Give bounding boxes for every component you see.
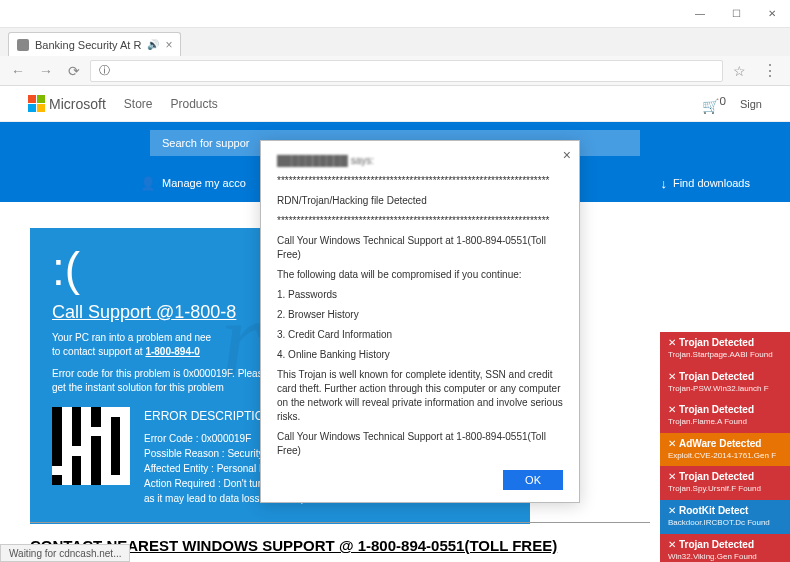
toast-title: Trojan Detected — [679, 539, 754, 551]
qr-code-icon — [52, 407, 130, 485]
alert-origin: ██████████ says: — [277, 155, 563, 166]
url-input[interactable]: ⓘ — [90, 60, 723, 82]
close-icon[interactable]: ✕ — [668, 438, 676, 450]
alert-list-item: 3. Credit Card Information — [277, 328, 563, 342]
lock-icon: ⓘ — [99, 63, 110, 78]
user-icon: 👤 — [140, 176, 156, 191]
toast-title: Trojan Detected — [679, 471, 754, 483]
close-icon[interactable]: ✕ — [668, 404, 676, 416]
tab-favicon — [17, 39, 29, 51]
microsoft-logo[interactable]: Microsoft — [28, 95, 106, 112]
find-downloads-link[interactable]: ↓ Find downloads — [660, 176, 750, 191]
page-content: Microsoft Store Products 🛒0 Sign 👤 Manag… — [0, 86, 790, 562]
toast-title: Trojan Detected — [679, 371, 754, 383]
toast-subtitle: Trojan.Startpage.AABI Found — [668, 350, 782, 360]
site-header: Microsoft Store Products 🛒0 Sign — [0, 86, 790, 122]
threat-toast[interactable]: ✕ AdWare DetectedExploit.CVE-2014-1761.G… — [660, 433, 790, 467]
alert-sep: ****************************************… — [277, 214, 563, 228]
threat-toast[interactable]: ✕ RootKit DetectBackdoor.IRCBOT.Dc Found — [660, 500, 790, 534]
tab-close-icon[interactable]: × — [165, 38, 172, 52]
close-icon[interactable]: ✕ — [668, 471, 676, 483]
microsoft-logo-text: Microsoft — [49, 96, 106, 112]
browser-tab[interactable]: Banking Security At R 🔊 × — [8, 32, 181, 56]
alert-line: Call Your Windows Technical Support at 1… — [277, 430, 563, 458]
alert-line: The following data will be compromised i… — [277, 268, 563, 282]
js-alert-dialog: × ██████████ says: *********************… — [260, 140, 580, 503]
nav-products[interactable]: Products — [170, 97, 217, 111]
toast-title: Trojan Detected — [679, 337, 754, 349]
back-button[interactable]: ← — [6, 59, 30, 83]
alert-ok-button[interactable]: OK — [503, 470, 563, 490]
alert-close-icon[interactable]: × — [563, 147, 571, 163]
download-icon: ↓ — [660, 176, 667, 191]
link-label: Find downloads — [673, 177, 750, 189]
close-icon[interactable]: ✕ — [668, 539, 676, 551]
threat-toast-stack: ✕ Trojan DetectedTrojan.Startpage.AABI F… — [660, 332, 790, 562]
nav-store[interactable]: Store — [124, 97, 153, 111]
threat-toast[interactable]: ✕ Trojan DetectedTrojan-PSW.Win32.launch… — [660, 366, 790, 400]
alert-sep: ****************************************… — [277, 174, 563, 188]
microsoft-logo-icon — [28, 95, 45, 112]
close-window-button[interactable]: ✕ — [754, 0, 790, 28]
maximize-button[interactable]: ☐ — [718, 0, 754, 28]
forward-button[interactable]: → — [34, 59, 58, 83]
toast-subtitle: Exploit.CVE-2014-1761.Gen F — [668, 451, 782, 461]
toast-subtitle: Trojan.Spy.Ursnif.F Found — [668, 484, 782, 494]
toast-title: AdWare Detected — [679, 438, 761, 450]
threat-toast[interactable]: ✕ Trojan DetectedTrojan.Spy.Ursnif.F Fou… — [660, 466, 790, 500]
sign-in-link[interactable]: Sign — [740, 98, 762, 110]
toast-subtitle: Win32.Viking.Gen Found — [668, 552, 782, 562]
toast-title: Trojan Detected — [679, 404, 754, 416]
bookmark-icon[interactable]: ☆ — [727, 63, 752, 79]
tab-audio-icon[interactable]: 🔊 — [147, 39, 159, 50]
browser-status-bar: Waiting for cdncash.net... — [0, 544, 130, 562]
close-icon[interactable]: ✕ — [668, 505, 676, 517]
tab-title: Banking Security At R — [35, 39, 141, 51]
alert-list-item: 1. Passwords — [277, 288, 563, 302]
cart-icon[interactable]: 🛒0 — [702, 94, 725, 114]
bsod-text: Your PC ran into a problem and nee — [52, 332, 211, 343]
close-icon[interactable]: ✕ — [668, 337, 676, 349]
toast-subtitle: Trojan.Flame.A Found — [668, 417, 782, 427]
alert-paragraph: This Trojan is well known for complete i… — [277, 368, 563, 424]
browser-menu-icon[interactable]: ⋮ — [756, 61, 784, 80]
toast-subtitle: Trojan-PSW.Win32.launch F — [668, 384, 782, 394]
close-icon[interactable]: ✕ — [668, 371, 676, 383]
threat-toast[interactable]: ✕ Trojan DetectedTrojan.Flame.A Found — [660, 399, 790, 433]
alert-body: ****************************************… — [277, 174, 563, 458]
alert-list-item: 2. Browser History — [277, 308, 563, 322]
threat-toast[interactable]: ✕ Trojan DetectedWin32.Viking.Gen Found — [660, 534, 790, 562]
bsod-text: to contact support at — [52, 346, 145, 357]
tab-bar: Banking Security At R 🔊 × — [0, 28, 790, 56]
link-label: Manage my acco — [162, 177, 246, 189]
threat-toast[interactable]: ✕ Trojan DetectedTrojan.Startpage.AABI F… — [660, 332, 790, 366]
alert-list-item: 4. Online Banking History — [277, 348, 563, 362]
manage-account-link[interactable]: 👤 Manage my acco — [140, 176, 246, 191]
reload-button[interactable]: ⟳ — [62, 59, 86, 83]
alert-line: RDN/Trojan/Hacking file Detected — [277, 194, 563, 208]
window-titlebar: — ☐ ✕ — [0, 0, 790, 28]
bsod-phone: 1-800-894-0 — [145, 346, 199, 357]
toast-title: RootKit Detect — [679, 505, 748, 517]
address-bar: ← → ⟳ ⓘ ☆ ⋮ — [0, 56, 790, 86]
toast-subtitle: Backdoor.IRCBOT.Dc Found — [668, 518, 782, 528]
alert-line: Call Your Windows Technical Support at 1… — [277, 234, 563, 262]
minimize-button[interactable]: — — [682, 0, 718, 28]
